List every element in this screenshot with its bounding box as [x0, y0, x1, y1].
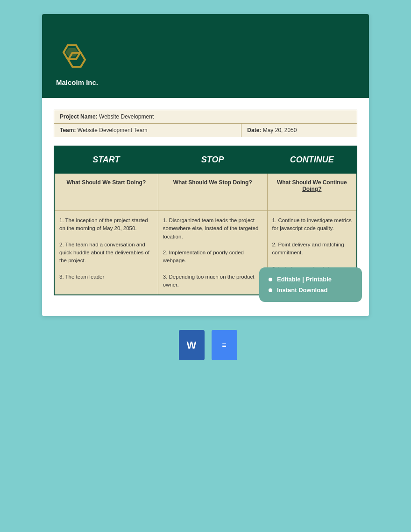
info-row-team: Team: Website Development Team Date: May…	[54, 124, 357, 137]
continue-subheader: What Should We Continue Doing?	[267, 174, 357, 211]
start-header: START	[54, 146, 158, 174]
start-subheader: What Should We Start Doing?	[54, 174, 158, 211]
stop-content: 1. Disorganized team leads the project s…	[158, 211, 267, 295]
company-logo	[56, 42, 89, 75]
badge-editable-text: Editable | Printable	[277, 276, 332, 283]
team-label: Team:	[60, 127, 76, 133]
ssc-header-row: START STOP CONTINUE	[54, 146, 357, 174]
continue-header: CONTINUE	[267, 146, 357, 174]
badge-item-editable: Editable | Printable	[269, 276, 353, 283]
date-cell: Date: May 20, 2050	[241, 124, 357, 137]
word-file-icon[interactable]: W	[179, 330, 205, 360]
docs-file-icon[interactable]: ≡	[212, 330, 237, 360]
date-label: Date:	[247, 127, 261, 133]
dot-icon-2	[269, 288, 272, 292]
document-header: Malcolm Inc.	[42, 14, 369, 98]
ssc-wrapper: START STOP CONTINUE What Should We Start…	[54, 146, 357, 302]
document-container: Malcolm Inc. Project Name: Website Devel…	[42, 14, 369, 316]
logo-container: Malcolm Inc.	[56, 42, 355, 86]
word-letter: W	[187, 339, 197, 351]
team-cell: Team: Website Development Team	[54, 124, 241, 137]
stop-header: STOP	[158, 146, 267, 174]
stop-subheader: What Should We Stop Doing?	[158, 174, 267, 211]
badge-item-download: Instant Download	[269, 287, 353, 294]
info-row-project: Project Name: Website Development	[54, 110, 357, 124]
project-cell: Project Name: Website Development	[54, 110, 357, 124]
badge-download-text: Instant Download	[277, 287, 327, 294]
bottom-icons-row: W ≡	[174, 330, 237, 360]
team-value: Website Development Team	[78, 127, 148, 133]
promo-badge: Editable | Printable Instant Download	[259, 267, 362, 302]
docs-letter: ≡	[222, 341, 226, 350]
start-content: 1. The inception of the project started …	[54, 211, 158, 295]
project-label: Project Name:	[60, 113, 98, 120]
project-value: Website Development	[99, 113, 154, 120]
ssc-subheader-row: What Should We Start Doing? What Should …	[54, 174, 357, 211]
svg-marker-2	[65, 48, 78, 56]
document-body: Project Name: Website Development Team: …	[42, 98, 369, 316]
date-value: May 20, 2050	[263, 127, 297, 133]
company-name: Malcolm Inc.	[56, 78, 98, 86]
dot-icon	[269, 278, 272, 281]
info-table: Project Name: Website Development Team: …	[54, 110, 357, 137]
